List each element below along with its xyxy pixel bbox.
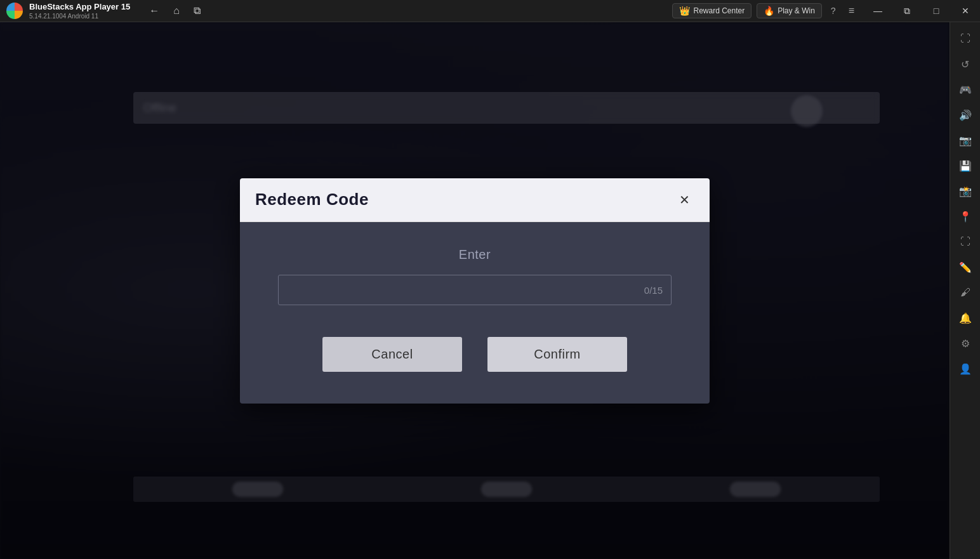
- modal-overlay: Redeem Code ✕ Enter 0/15 Cancel Confirm: [0, 22, 950, 559]
- minimize-button[interactable]: —: [863, 0, 892, 22]
- profile-icon[interactable]: 👤: [954, 357, 977, 380]
- volume-icon[interactable]: 🔊: [954, 103, 977, 126]
- confirm-button[interactable]: Confirm: [487, 337, 627, 372]
- expand-icon[interactable]: ⛶: [954, 27, 977, 50]
- titlebar-right: 👑 Reward Center 🔥 Play & Win ? ≡: [672, 3, 858, 18]
- dialog-buttons: Cancel Confirm: [278, 337, 672, 372]
- redeem-code-dialog: Redeem Code ✕ Enter 0/15 Cancel Confirm: [240, 178, 710, 404]
- reward-center-button[interactable]: 👑 Reward Center: [672, 3, 752, 18]
- dialog-title: Redeem Code: [255, 190, 369, 209]
- bluestacks-logo-icon: [6, 3, 23, 19]
- brush-icon[interactable]: 🖌: [954, 281, 977, 304]
- screenshot-icon[interactable]: 📸: [954, 180, 977, 202]
- help-button[interactable]: ?: [827, 4, 840, 18]
- home-button[interactable]: ⌂: [169, 4, 183, 18]
- back-button[interactable]: ←: [145, 4, 163, 18]
- code-input[interactable]: [278, 275, 672, 305]
- maximize-button[interactable]: □: [922, 0, 951, 22]
- cancel-button[interactable]: Cancel: [322, 337, 462, 372]
- titlebar: BlueStacks App Player 15 5.14.21.1004 An…: [0, 0, 980, 22]
- app-name: BlueStacks App Player 15: [29, 2, 130, 11]
- window-controls: — ⧉ □ ✕: [863, 0, 980, 22]
- play-win-button[interactable]: 🔥 Play & Win: [757, 3, 822, 18]
- settings-icon[interactable]: ⚙: [954, 332, 977, 355]
- storage-icon[interactable]: 💾: [954, 154, 977, 177]
- dialog-body: Enter 0/15 Cancel Confirm: [240, 222, 710, 404]
- enter-label: Enter: [278, 247, 672, 262]
- reward-center-label: Reward Center: [693, 6, 745, 15]
- location-icon[interactable]: 📍: [954, 205, 977, 228]
- code-input-wrapper: 0/15: [278, 275, 672, 305]
- nav-controls: ← ⌂ ⧉: [145, 4, 204, 18]
- gamepad-icon[interactable]: 🎮: [954, 78, 977, 101]
- app-logo: [5, 1, 24, 20]
- main-content: Offline Redeem Code ✕ Enter 0/15: [0, 22, 950, 559]
- dialog-close-button[interactable]: ✕: [674, 190, 694, 210]
- camera-icon[interactable]: 📷: [954, 129, 977, 152]
- notification-icon[interactable]: 🔔: [954, 306, 977, 329]
- close-button[interactable]: ✕: [951, 0, 980, 22]
- app-info: BlueStacks App Player 15 5.14.21.1004 An…: [29, 2, 133, 20]
- dialog-header: Redeem Code ✕: [240, 178, 710, 222]
- play-win-label: Play & Win: [778, 6, 815, 15]
- copy-button[interactable]: ⧉: [190, 4, 204, 18]
- right-sidebar: ⛶ ↺ 🎮 🔊 📷 💾 📸 📍 ⛶ ✏️ 🖌 🔔 ⚙ 👤: [950, 22, 980, 559]
- fullscreen-icon[interactable]: ⛶: [954, 230, 977, 253]
- restore-button[interactable]: ⧉: [892, 0, 922, 22]
- fire-icon: 🔥: [764, 6, 774, 16]
- rotate-icon[interactable]: ↺: [954, 53, 977, 76]
- app-version: 5.14.21.1004 Android 11: [29, 13, 133, 20]
- menu-button[interactable]: ≡: [845, 3, 858, 18]
- crown-icon: 👑: [679, 6, 690, 16]
- edit-icon[interactable]: ✏️: [954, 256, 977, 279]
